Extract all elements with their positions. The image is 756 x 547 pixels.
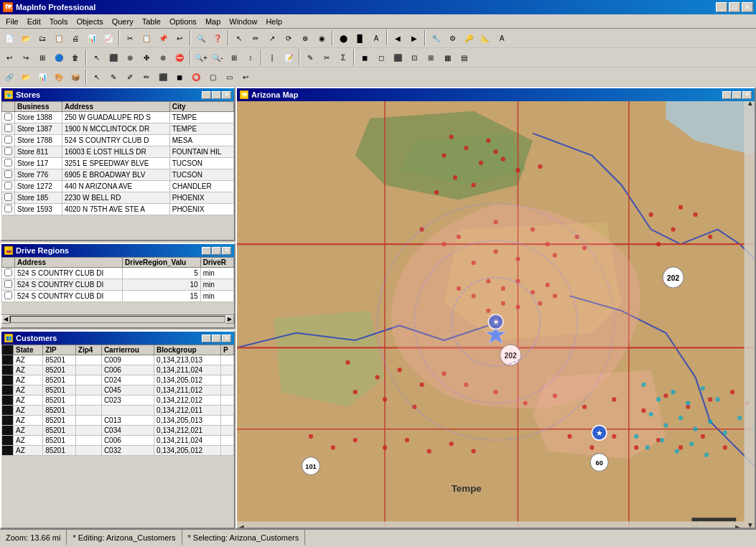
row-checkbox[interactable] xyxy=(4,291,12,299)
menu-map[interactable]: Map xyxy=(201,16,225,27)
drive-table-wrapper[interactable]: Address DriveRegion_Valu DriveR 524 S CO… xyxy=(1,257,234,314)
tb2-btn6[interactable]: ↖ xyxy=(89,50,105,65)
tb-btn17[interactable]: ⟳ xyxy=(281,30,297,46)
tb3-btn14[interactable]: ▭ xyxy=(221,69,237,85)
customers-table-wrapper[interactable]: State ZIP Zip4 Carrierrou Blockgroup P A… xyxy=(1,345,234,528)
customers-maximize[interactable]: □ xyxy=(212,335,221,342)
drive-col-driver[interactable]: DriveR xyxy=(200,258,233,268)
tb2-btn23[interactable]: ⬛ xyxy=(390,50,406,65)
cust-col-carrier[interactable]: Carrierrou xyxy=(101,345,154,355)
cust-col-block[interactable]: Blockgroup xyxy=(154,345,221,355)
close-button[interactable]: ✕ xyxy=(742,2,753,12)
cust-col-zip[interactable]: ZIP xyxy=(43,345,76,355)
tb-btn5[interactable]: 🖨 xyxy=(67,30,83,46)
zoom-full-button[interactable]: ⊞ xyxy=(226,50,242,65)
table-row[interactable]: Store 185 2230 W BELL RD PHOENIX xyxy=(2,192,234,204)
table-row[interactable]: Store 1788 524 S COUNTRY CLUB D MESA xyxy=(2,135,234,146)
zoom-in-button[interactable]: 🔍+ xyxy=(193,50,209,65)
tb-btn28[interactable]: 📐 xyxy=(477,30,493,46)
menu-tools[interactable]: Tools xyxy=(45,16,73,27)
table-row[interactable]: AZ 85201 C034 0,134,212,021 xyxy=(2,426,234,436)
customers-close[interactable]: ✕ xyxy=(222,335,231,342)
tb-btn7[interactable]: 📈 xyxy=(101,30,116,46)
cut-button[interactable]: ✂ xyxy=(122,30,138,46)
row-checkbox[interactable] xyxy=(4,147,12,155)
tb2-btn2[interactable]: ↪ xyxy=(18,50,34,65)
menu-help[interactable]: Help xyxy=(261,16,286,27)
tb2-btn26[interactable]: ▦ xyxy=(439,50,455,65)
undo-button[interactable]: ↩ xyxy=(172,30,187,46)
tb2-btn17[interactable]: 📝 xyxy=(281,50,297,65)
row-checkbox[interactable] xyxy=(4,182,12,190)
tb3-btn8[interactable]: ✐ xyxy=(122,69,138,85)
map-maximize[interactable]: □ xyxy=(732,91,742,99)
drive-scroll-left[interactable]: ◀ xyxy=(1,315,10,324)
row-checkbox[interactable] xyxy=(4,113,12,121)
tb2-btn15[interactable]: ↕ xyxy=(243,50,258,65)
table-row[interactable]: Store 1388 250 W GUADALUPE RD S TEMPE xyxy=(2,112,234,123)
draw-button[interactable]: ✏ xyxy=(248,30,263,46)
map-content[interactable]: 202 202 101 60 87 xyxy=(237,101,755,528)
tb-btn4[interactable]: 📋 xyxy=(51,30,67,46)
table-row[interactable]: Store 1387 1900 N MCCLINTOCK DR TEMPE xyxy=(2,123,234,135)
table-row[interactable]: Store 811 16003 E LOST HILLS DR FOUNTAIN… xyxy=(2,146,234,158)
table-row[interactable]: AZ 85201 C013 0,134,205,013 xyxy=(2,416,234,426)
stores-col-city[interactable]: City xyxy=(169,102,233,112)
tb2-btn20[interactable]: Σ xyxy=(335,50,351,65)
table-row[interactable]: AZ 85201 C045 0,134,211,012 xyxy=(2,385,234,396)
tb-btn25[interactable]: 🔧 xyxy=(428,30,444,46)
table-row[interactable]: AZ 85201 C024 0,134,205,012 xyxy=(2,375,234,385)
table-row[interactable]: Store 1272 440 N ARIZONA AVE CHANDLER xyxy=(2,181,234,192)
row-checkbox[interactable] xyxy=(4,280,12,288)
menu-edit[interactable]: Edit xyxy=(23,16,45,27)
maximize-button[interactable]: □ xyxy=(729,2,740,12)
tb2-btn10[interactable]: ⊗ xyxy=(155,50,171,65)
map-close[interactable]: ✕ xyxy=(742,91,752,99)
tb2-btn11[interactable]: ⛔ xyxy=(172,50,187,65)
tb3-btn1[interactable]: 🔗 xyxy=(1,69,17,85)
tb2-btn22[interactable]: ◻ xyxy=(373,50,389,65)
tb3-btn5[interactable]: 📦 xyxy=(67,69,83,85)
drive-col-address[interactable]: Address xyxy=(15,258,123,268)
tb3-btn9[interactable]: ✏ xyxy=(139,69,154,85)
table-row[interactable]: 524 S COUNTRY CLUB DI 10 min xyxy=(2,279,234,291)
table-row[interactable]: 524 S COUNTRY CLUB DI 15 min xyxy=(2,291,234,302)
tb2-btn7[interactable]: ⬛ xyxy=(106,50,121,65)
tb2-btn9[interactable]: ✤ xyxy=(139,50,154,65)
tb2-btn4[interactable]: 🔵 xyxy=(51,50,67,65)
menu-window[interactable]: Window xyxy=(225,16,261,27)
row-checkbox[interactable] xyxy=(4,124,12,132)
tb-btn6[interactable]: 📊 xyxy=(84,30,100,46)
tb2-btn1[interactable]: ↩ xyxy=(1,50,17,65)
tb-btn21[interactable]: █ xyxy=(352,30,368,46)
table-row[interactable]: 524 S COUNTRY CLUB DI 5 min xyxy=(2,268,234,279)
zoom-out-button[interactable]: 🔍- xyxy=(210,50,225,65)
tb-btn23[interactable]: ◀ xyxy=(390,30,406,46)
tb3-btn2[interactable]: 📂 xyxy=(18,69,34,85)
drive-hscroll[interactable]: ◀ ▶ xyxy=(1,314,234,323)
tb-btn19[interactable]: ◉ xyxy=(314,30,330,46)
tb-btn16[interactable]: ↗ xyxy=(264,30,280,46)
row-checkbox[interactable] xyxy=(4,170,12,178)
row-checkbox[interactable] xyxy=(4,205,12,212)
table-row[interactable]: Store 776 6905 E BROADWAY BLV TUCSON xyxy=(2,169,234,181)
drive-scroll-right[interactable]: ▶ xyxy=(225,315,234,324)
new-button[interactable]: 📄 xyxy=(1,30,17,46)
stores-close[interactable]: ✕ xyxy=(222,91,231,99)
tb-btn27[interactable]: 🔑 xyxy=(461,30,477,46)
row-checkbox[interactable] xyxy=(4,268,12,276)
open-button[interactable]: 📂 xyxy=(18,30,34,46)
tb2-btn21[interactable]: ◼ xyxy=(357,50,373,65)
tb-btn12[interactable]: 🔍 xyxy=(193,30,209,46)
cust-col-p[interactable]: P xyxy=(221,345,234,355)
tb3-btn6[interactable]: ↖ xyxy=(89,69,105,85)
table-row[interactable]: Store 117 3251 E SPEEDWAY BLVE TUCSON xyxy=(2,158,234,169)
tb2-btn25[interactable]: ⊞ xyxy=(423,50,439,65)
tb3-btn15[interactable]: ↩ xyxy=(238,69,253,85)
tb-btn24[interactable]: ▶ xyxy=(406,30,422,46)
tb-btn29[interactable]: A xyxy=(494,30,510,46)
customers-minimize[interactable]: _ xyxy=(202,335,211,342)
drive-maximize[interactable]: □ xyxy=(212,247,221,255)
tb3-btn11[interactable]: ◼ xyxy=(172,69,187,85)
table-row[interactable]: AZ 85201 C023 0,134,212,012 xyxy=(2,396,234,406)
